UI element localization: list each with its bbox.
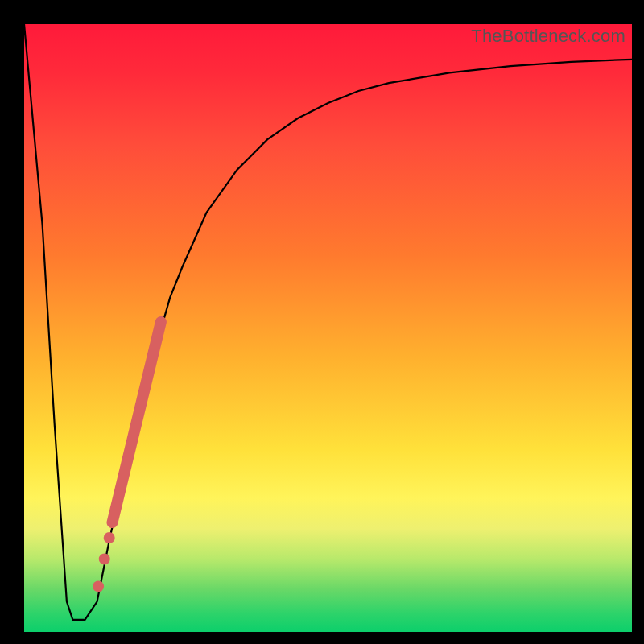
highlight-dot bbox=[93, 580, 104, 592]
curve-layer bbox=[24, 24, 632, 632]
highlight-segment bbox=[113, 322, 161, 522]
highlight-dot bbox=[104, 532, 115, 543]
chart-frame: TheBottleneck.com bbox=[0, 0, 644, 644]
plot-area: TheBottleneck.com bbox=[24, 24, 632, 632]
highlight-dot bbox=[99, 553, 110, 564]
highlight-dots bbox=[93, 532, 115, 592]
bottleneck-curve bbox=[24, 24, 632, 620]
